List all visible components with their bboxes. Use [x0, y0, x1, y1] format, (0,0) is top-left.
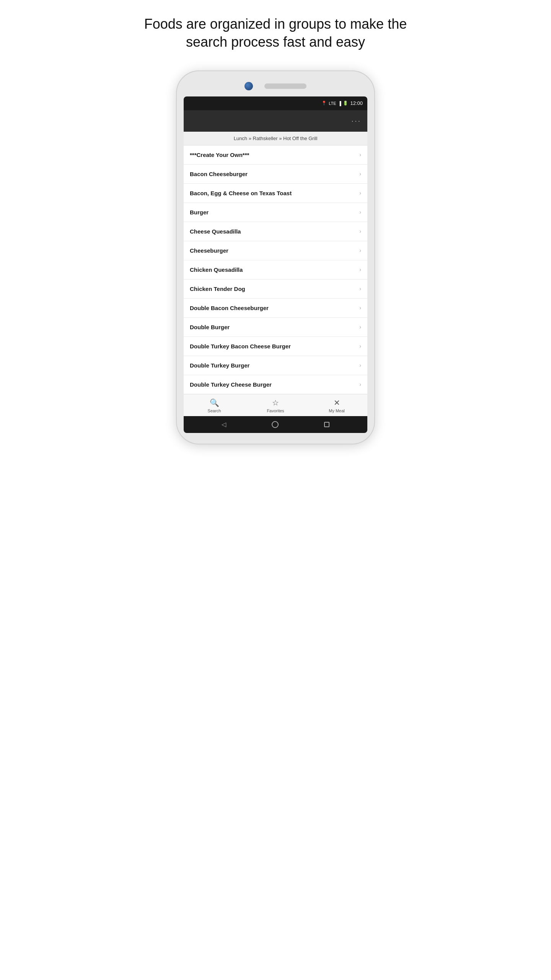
- food-item-name: Double Turkey Bacon Cheese Burger: [190, 343, 291, 350]
- app-bar: ···: [184, 110, 367, 132]
- chevron-right-icon: ›: [359, 266, 361, 273]
- home-button[interactable]: [272, 421, 279, 428]
- list-item[interactable]: Chicken Tender Dog›: [184, 279, 367, 299]
- nav-favorites[interactable]: ☆ Favorites: [245, 398, 306, 413]
- food-item-name: Double Turkey Burger: [190, 362, 249, 369]
- camera-lens: [245, 82, 253, 90]
- chevron-right-icon: ›: [359, 286, 361, 292]
- star-icon: ☆: [272, 398, 279, 407]
- food-item-name: Double Burger: [190, 324, 230, 330]
- nav-my-meal[interactable]: ✕ My Meal: [306, 398, 367, 413]
- chevron-right-icon: ›: [359, 381, 361, 387]
- food-item-name: Chicken Tender Dog: [190, 286, 245, 292]
- food-list: ***Create Your Own***›Bacon Cheeseburger…: [184, 145, 367, 394]
- phone-device: 📍 LTE ▐ 🔋 12:00 ··· Lunch » Rathskeller …: [176, 70, 375, 444]
- list-item[interactable]: Double Bacon Cheeseburger›: [184, 299, 367, 318]
- nav-search[interactable]: 🔍 Search: [184, 398, 245, 413]
- recents-button[interactable]: [324, 422, 329, 427]
- list-item[interactable]: ***Create Your Own***›: [184, 145, 367, 165]
- lte-icon: LTE: [329, 101, 336, 106]
- chevron-right-icon: ›: [359, 305, 361, 311]
- list-item[interactable]: Double Burger›: [184, 318, 367, 337]
- phone-top-hardware: [184, 82, 367, 90]
- search-icon: 🔍: [210, 398, 219, 407]
- list-item[interactable]: Double Turkey Cheese Burger›: [184, 375, 367, 394]
- search-label: Search: [208, 408, 221, 413]
- list-item[interactable]: Bacon Cheeseburger›: [184, 165, 367, 184]
- clock: 12:00: [350, 100, 363, 106]
- chevron-right-icon: ›: [359, 343, 361, 349]
- earpiece-speaker: [264, 83, 306, 89]
- chevron-right-icon: ›: [359, 324, 361, 330]
- signal-icon: ▐: [338, 101, 341, 106]
- my-meal-label: My Meal: [329, 408, 345, 413]
- list-item[interactable]: Burger›: [184, 203, 367, 222]
- favorites-label: Favorites: [267, 408, 284, 413]
- fork-icon: ✕: [334, 398, 340, 407]
- food-item-name: Cheese Quesadilla: [190, 228, 241, 235]
- chevron-right-icon: ›: [359, 362, 361, 368]
- chevron-right-icon: ›: [359, 228, 361, 234]
- food-item-name: Burger: [190, 209, 209, 216]
- chevron-right-icon: ›: [359, 152, 361, 158]
- back-button[interactable]: ◁: [222, 421, 226, 428]
- android-navigation-bar: ◁: [184, 416, 367, 433]
- food-item-name: Bacon, Egg & Cheese on Texas Toast: [190, 190, 292, 196]
- food-item-name: ***Create Your Own***: [190, 152, 249, 158]
- chevron-right-icon: ›: [359, 190, 361, 196]
- status-bar: 📍 LTE ▐ 🔋 12:00: [184, 96, 367, 110]
- food-item-name: Bacon Cheeseburger: [190, 171, 248, 177]
- list-item[interactable]: Double Turkey Burger›: [184, 356, 367, 375]
- status-icons: 📍 LTE ▐ 🔋 12:00: [321, 100, 363, 106]
- food-item-name: Double Turkey Cheese Burger: [190, 381, 272, 388]
- location-icon: 📍: [321, 101, 327, 106]
- chevron-right-icon: ›: [359, 209, 361, 215]
- food-item-name: Double Bacon Cheeseburger: [190, 305, 269, 311]
- phone-screen: 📍 LTE ▐ 🔋 12:00 ··· Lunch » Rathskeller …: [184, 96, 367, 433]
- bottom-navigation: 🔍 Search ☆ Favorites ✕ My Meal: [184, 394, 367, 416]
- more-options-icon[interactable]: ···: [351, 116, 361, 125]
- chevron-right-icon: ›: [359, 247, 361, 253]
- chevron-right-icon: ›: [359, 171, 361, 177]
- battery-icon: 🔋: [343, 101, 348, 106]
- list-item[interactable]: Double Turkey Bacon Cheese Burger›: [184, 337, 367, 356]
- food-item-name: Chicken Quesadilla: [190, 266, 243, 273]
- breadcrumb: Lunch » Rathskeller » Hot Off the Grill: [184, 132, 367, 145]
- page-headline: Foods are organized in groups to make th…: [138, 15, 413, 51]
- list-item[interactable]: Bacon, Egg & Cheese on Texas Toast›: [184, 184, 367, 203]
- food-item-name: Cheeseburger: [190, 247, 228, 254]
- list-item[interactable]: Chicken Quesadilla›: [184, 260, 367, 279]
- list-item[interactable]: Cheese Quesadilla›: [184, 222, 367, 241]
- list-item[interactable]: Cheeseburger›: [184, 241, 367, 260]
